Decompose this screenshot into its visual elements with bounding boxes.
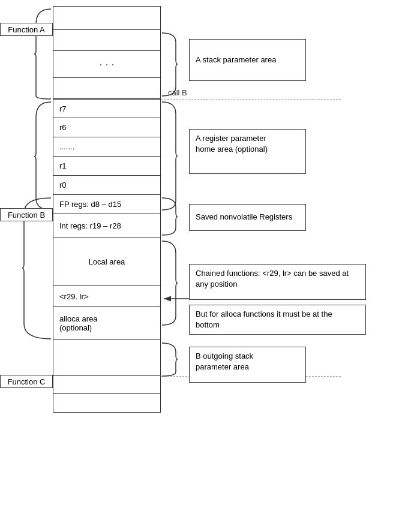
annotation-saved-nonvol: Saved nonvolatile Registers — [189, 204, 306, 231]
r7-box: r7 — [53, 99, 161, 118]
bottom-line — [53, 412, 161, 413]
annotation-alloca: But for alloca functions it must be at t… — [189, 305, 366, 335]
local-area-box: Local area — [53, 238, 161, 286]
arrow-to-r29 — [161, 293, 191, 305]
function-c-label: Function C — [0, 375, 53, 388]
b-outgoing-box — [53, 340, 161, 376]
rdots-box: ....... — [53, 137, 161, 157]
brace-b-outgoing-right — [161, 340, 179, 379]
bottom-continuation — [53, 394, 161, 412]
brace-a-left — [33, 6, 54, 102]
alloca-box: alloca area (optional) — [53, 307, 161, 340]
stack-param-box-2 — [53, 78, 161, 99]
stack-param-dots-box: · · · — [53, 51, 161, 78]
func-c-box — [53, 376, 161, 394]
brace-nonvol-right — [161, 195, 179, 238]
brace-stack-param-right — [161, 30, 179, 99]
annotation-b-outgoing: B outgoing stack parameter area — [189, 347, 306, 383]
diagram: Function A · · · call B r7 r6 ....... r1… — [0, 0, 420, 529]
r6-box: r6 — [53, 118, 161, 137]
function-b-label: Function B — [0, 208, 53, 221]
fp-regs-box: FP regs: d8 – d15 — [53, 195, 161, 214]
brace-chained-right — [161, 238, 179, 328]
r29-lr-box: <r29. lr> — [53, 286, 161, 307]
top-pad-box — [53, 6, 161, 30]
annotation-chained: Chained functions: <r29, lr> can be save… — [189, 264, 366, 300]
int-regs-box: Int regs: r19 – r28 — [53, 214, 161, 238]
r0-box: r0 — [53, 176, 161, 195]
annotation-stack-param: A stack parameter area — [189, 39, 306, 81]
stack-param-box-1 — [53, 30, 161, 51]
r1-box: r1 — [53, 157, 161, 176]
annotation-reg-param: A register parameter home area (optional… — [189, 129, 306, 174]
function-a-label: Function A — [0, 23, 53, 36]
